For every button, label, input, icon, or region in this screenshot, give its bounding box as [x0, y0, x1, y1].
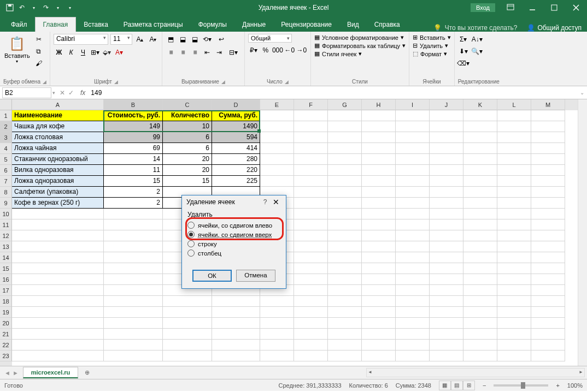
tab-help[interactable]: Справка — [367, 17, 408, 32]
cell[interactable] — [531, 241, 565, 252]
cell[interactable] — [497, 187, 531, 198]
radio-shift-left[interactable]: ячейки, со сдвигом влево — [187, 221, 280, 230]
data-cell[interactable]: 414 — [212, 143, 260, 154]
fill-color-button[interactable]: ⬙▾ — [102, 47, 113, 58]
cell[interactable] — [294, 329, 328, 340]
cell[interactable] — [531, 274, 565, 285]
align-top-icon[interactable]: ⬒ — [166, 34, 177, 45]
cell[interactable] — [531, 198, 565, 209]
name-box[interactable] — [2, 87, 51, 98]
bold-button[interactable]: Ж — [54, 47, 64, 58]
cell[interactable] — [294, 143, 328, 154]
cell[interactable] — [430, 351, 463, 361]
data-cell[interactable]: 6 — [163, 132, 212, 143]
cell[interactable] — [12, 274, 104, 285]
cell[interactable] — [463, 318, 497, 329]
cell[interactable] — [430, 187, 463, 198]
cell[interactable] — [396, 274, 430, 285]
cell[interactable] — [396, 165, 430, 176]
cell[interactable] — [328, 340, 362, 351]
cell[interactable] — [430, 329, 463, 340]
close-icon[interactable] — [565, 0, 587, 15]
data-cell[interactable]: 280 — [212, 154, 260, 165]
data-cell[interactable]: Салфетки (упаковка) — [12, 187, 104, 198]
cell[interactable] — [328, 209, 362, 219]
column-header[interactable]: F — [294, 99, 328, 110]
cell[interactable] — [163, 296, 212, 307]
cell[interactable] — [531, 307, 565, 318]
cell[interactable] — [212, 318, 260, 329]
cell[interactable] — [396, 209, 430, 219]
cell[interactable] — [104, 329, 163, 340]
horizontal-scrollbar[interactable] — [366, 368, 585, 377]
cell[interactable] — [430, 263, 463, 274]
cell[interactable] — [430, 241, 463, 252]
cell[interactable] — [12, 209, 104, 219]
cell[interactable] — [294, 132, 328, 143]
cell[interactable] — [497, 209, 531, 219]
cell[interactable] — [12, 318, 104, 329]
cell[interactable] — [104, 296, 163, 307]
cell[interactable] — [260, 143, 294, 154]
cell[interactable] — [497, 110, 531, 121]
column-header[interactable]: K — [463, 99, 497, 110]
cell[interactable] — [362, 121, 396, 132]
cell[interactable] — [531, 187, 565, 198]
row-header[interactable]: 5 — [0, 154, 12, 165]
fx-icon[interactable]: fx — [77, 89, 89, 97]
cell[interactable] — [362, 263, 396, 274]
cell[interactable] — [362, 198, 396, 209]
row-header[interactable]: 1 — [0, 110, 12, 121]
decrease-decimal-icon[interactable]: →0 — [296, 45, 307, 56]
add-sheet-button[interactable]: ⊕ — [81, 369, 92, 376]
cell[interactable] — [531, 263, 565, 274]
sheet-tab-active[interactable]: microexcel.ru — [23, 367, 79, 378]
cell[interactable] — [463, 219, 497, 230]
data-cell[interactable]: 15 — [104, 176, 163, 187]
column-header[interactable]: A — [12, 99, 104, 110]
cell[interactable] — [328, 230, 362, 241]
cell[interactable] — [104, 340, 163, 351]
cell[interactable] — [12, 241, 104, 252]
view-break-icon[interactable]: ⊞ — [463, 381, 475, 390]
cell[interactable] — [396, 230, 430, 241]
increase-decimal-icon[interactable]: ←0 — [284, 45, 295, 56]
cell[interactable] — [463, 285, 497, 296]
cell[interactable] — [463, 263, 497, 274]
data-cell[interactable]: 20 — [163, 165, 212, 176]
cell[interactable] — [362, 165, 396, 176]
vertical-scrollbar[interactable] — [578, 99, 587, 366]
cell[interactable] — [362, 176, 396, 187]
cell[interactable] — [497, 318, 531, 329]
align-right-icon[interactable]: ≡ — [190, 47, 201, 58]
row-header[interactable]: 11 — [0, 219, 12, 230]
cell[interactable] — [294, 198, 328, 209]
cell[interactable] — [463, 187, 497, 198]
cell[interactable] — [430, 110, 463, 121]
cell[interactable] — [260, 307, 294, 318]
launcher-icon[interactable]: ◢ — [221, 79, 225, 85]
redo-icon[interactable]: ↷ — [42, 3, 50, 12]
format-as-table-button[interactable]: ▦Форматировать как таблицу ▾ — [314, 42, 406, 49]
cell[interactable] — [396, 296, 430, 307]
close-icon[interactable]: ✕ — [271, 198, 281, 206]
tab-layout[interactable]: Разметка страницы — [116, 17, 191, 32]
cell[interactable] — [260, 154, 294, 165]
row-header[interactable]: 21 — [0, 329, 12, 340]
copy-icon[interactable]: ⧉ — [33, 46, 44, 57]
row-header[interactable]: 3 — [0, 132, 12, 143]
cell[interactable] — [497, 198, 531, 209]
expand-formula-icon[interactable]: ⌄ — [577, 90, 587, 96]
cell[interactable] — [396, 154, 430, 165]
cell[interactable] — [294, 252, 328, 263]
data-cell[interactable]: 6 — [163, 143, 212, 154]
cell[interactable] — [463, 329, 497, 340]
cell[interactable] — [430, 230, 463, 241]
ribbon-options-icon[interactable] — [500, 0, 521, 15]
data-cell[interactable]: Кофе в зернах (250 г) — [12, 198, 104, 209]
cell[interactable] — [430, 252, 463, 263]
cell[interactable] — [294, 307, 328, 318]
cell[interactable] — [396, 241, 430, 252]
cell[interactable] — [396, 187, 430, 198]
data-cell[interactable]: Ложка одноразовая — [12, 176, 104, 187]
